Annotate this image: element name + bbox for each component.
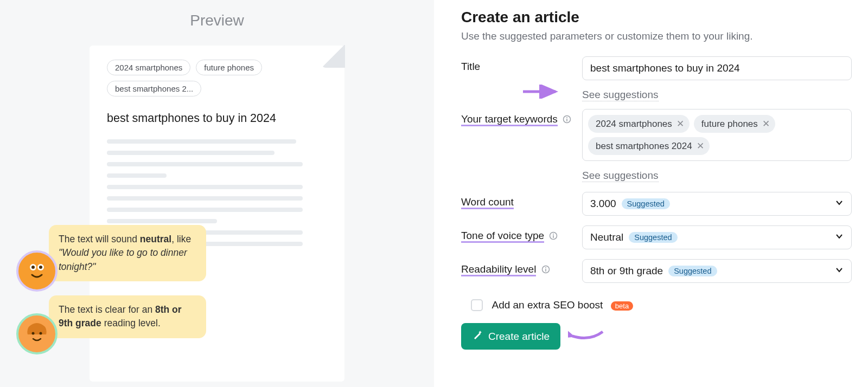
create-article-button[interactable]: Create article bbox=[461, 323, 560, 350]
preview-tag: best smartphones 2... bbox=[107, 81, 201, 96]
preview-tag: future phones bbox=[196, 60, 262, 75]
keyword-chip: 2024 smartphones✕ bbox=[588, 115, 690, 133]
suggested-badge: Suggested bbox=[629, 232, 677, 243]
readability-select[interactable]: 8th or 9th grade Suggested bbox=[582, 259, 852, 283]
info-icon[interactable] bbox=[541, 265, 550, 274]
info-icon[interactable] bbox=[563, 115, 571, 124]
remove-chip-icon[interactable]: ✕ bbox=[762, 118, 770, 130]
chevron-down-icon bbox=[835, 231, 844, 243]
chevron-down-icon bbox=[835, 198, 844, 210]
seo-boost-row: Add an extra SEO boost beta bbox=[461, 292, 852, 319]
title-label: Title bbox=[461, 56, 582, 73]
preview-heading: Preview bbox=[0, 12, 434, 29]
tone-select[interactable]: Neutral Suggested bbox=[582, 225, 852, 249]
svg-rect-9 bbox=[566, 117, 567, 118]
svg-rect-15 bbox=[545, 267, 546, 268]
callout-arrow-icon bbox=[522, 85, 561, 99]
svg-point-2 bbox=[31, 266, 35, 269]
wordcount-select[interactable]: 3.000 Suggested bbox=[582, 192, 852, 216]
preview-tags: 2024 smartphones future phones best smar… bbox=[107, 60, 327, 96]
seo-boost-checkbox[interactable] bbox=[471, 299, 483, 311]
preview-tag: 2024 smartphones bbox=[107, 60, 190, 75]
avatar-readability-icon bbox=[16, 313, 58, 354]
readability-hint-bubble: The text is clear for an 8th or 9th grad… bbox=[49, 295, 206, 338]
callout-arrow-icon bbox=[568, 327, 607, 346]
wordcount-label: Word count bbox=[461, 192, 582, 208]
chevron-down-icon bbox=[835, 265, 844, 277]
svg-rect-8 bbox=[566, 119, 567, 121]
preview-pane: Preview 2024 smartphones future phones b… bbox=[0, 0, 434, 387]
form-subheading: Use the suggested parameters or customiz… bbox=[461, 30, 852, 42]
magic-wand-icon bbox=[472, 330, 483, 343]
title-input[interactable] bbox=[582, 56, 852, 80]
see-suggestions-link[interactable]: See suggestions bbox=[582, 170, 659, 182]
form-pane: Create an article Use the suggested para… bbox=[434, 0, 868, 387]
svg-rect-12 bbox=[553, 234, 554, 235]
tone-label: Tone of voice type bbox=[461, 225, 582, 242]
svg-point-3 bbox=[39, 266, 42, 269]
suggested-badge: Suggested bbox=[622, 198, 670, 209]
svg-rect-11 bbox=[553, 235, 554, 238]
tone-hint-bubble: The text will sound neutral, like "Would… bbox=[49, 225, 206, 281]
suggested-badge: Suggested bbox=[668, 266, 717, 276]
remove-chip-icon[interactable]: ✕ bbox=[697, 140, 704, 152]
form-heading: Create an article bbox=[461, 9, 852, 26]
readability-label: Readability level bbox=[461, 259, 582, 275]
keyword-chip: best smartphones 2024✕ bbox=[588, 137, 710, 155]
preview-article-title: best smartphones to buy in 2024 bbox=[107, 112, 327, 125]
keywords-label: Your target keywords bbox=[461, 109, 582, 125]
remove-chip-icon[interactable]: ✕ bbox=[676, 118, 684, 130]
svg-point-4 bbox=[32, 332, 35, 335]
see-suggestions-link[interactable]: See suggestions bbox=[582, 89, 659, 101]
keywords-input[interactable]: 2024 smartphones✕ future phones✕ best sm… bbox=[582, 109, 852, 161]
info-icon[interactable] bbox=[549, 231, 558, 240]
svg-rect-14 bbox=[545, 269, 546, 272]
avatar-tone-icon bbox=[16, 250, 58, 292]
beta-badge: beta bbox=[611, 301, 633, 311]
svg-point-5 bbox=[40, 332, 42, 335]
seo-boost-label: Add an extra SEO boost bbox=[492, 299, 603, 311]
keyword-chip: future phones✕ bbox=[694, 115, 775, 133]
